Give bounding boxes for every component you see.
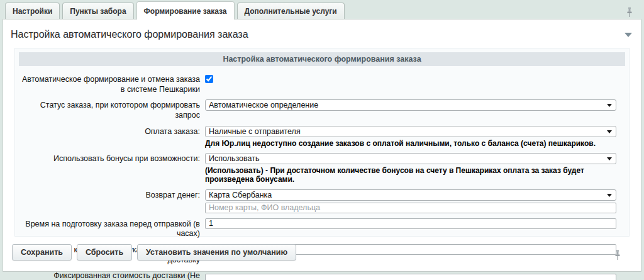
tab-additional-services[interactable]: Дополнительные услуги [237, 3, 345, 20]
bonuses-hint: (Использовать) - При достаточном количес… [205, 166, 616, 184]
reset-button[interactable]: Сбросить [77, 244, 132, 260]
bonuses-select-wrap: Использовать [205, 153, 616, 164]
field-label: Автоматическое формирование и отмена зак… [19, 74, 205, 94]
form-row-auto-formation: Автоматическое формирование и отмена зак… [19, 74, 625, 94]
refund-select[interactable]: Карта Сбербанка [205, 189, 616, 201]
payment-select[interactable]: Наличные с отправителя [205, 126, 616, 137]
fixed-price-input[interactable] [205, 274, 616, 280]
order-status-select-wrap: Автоматическое определение [205, 99, 616, 111]
field-label: Оплата заказа: [19, 126, 205, 148]
bonuses-select[interactable]: Использовать [205, 153, 616, 164]
tab-pickup-points[interactable]: Пункты забора [62, 3, 133, 20]
tab-bar: Настройки Пункты забора Формирование зак… [0, 0, 644, 19]
form-row-bonuses: Использовать бонусы при возможности: Исп… [19, 153, 625, 184]
save-button[interactable]: Сохранить [12, 244, 72, 260]
tab-settings[interactable]: Настройки [5, 3, 60, 20]
payment-select-wrap: Наличные с отправителя [205, 126, 616, 137]
field-label: Фиксированная стоимость доставки (Не исп… [19, 270, 205, 280]
form-row-fixed-price: Фиксированная стоимость доставки (Не исп… [19, 270, 625, 280]
payment-hint: Для Юр.лиц недоступно создание заказов с… [205, 139, 616, 148]
panel-title: Настройка автоматического формирования з… [19, 52, 625, 66]
field-label: Использовать бонусы при возможности: [19, 153, 205, 184]
tab-order-formation[interactable]: Формирование заказа [136, 1, 235, 20]
form-row-order-status: Статус заказа, при кототором формировать… [19, 99, 625, 120]
field-label: Возврат денег: [19, 189, 205, 213]
field-label: Время на подготовку заказа перед отправк… [19, 218, 205, 239]
pin-icon[interactable] [614, 250, 621, 262]
refund-select-wrap: Карта Сбербанка [205, 189, 616, 201]
card-number-input[interactable] [205, 203, 616, 213]
prep-time-input[interactable] [205, 218, 616, 229]
set-defaults-button[interactable]: Установить значения по умолчанию [137, 244, 296, 260]
form-row-prep-time: Время на подготовку заказа перед отправк… [19, 218, 625, 239]
chevron-down-icon[interactable] [625, 33, 632, 37]
form-row-refund: Возврат денег: Карта Сбербанка [19, 189, 625, 213]
content-card: Настройка автоматического формирования з… [3, 19, 641, 272]
settings-panel: Настройка автоматического формирования з… [14, 48, 630, 237]
auto-formation-checkbox[interactable] [205, 75, 213, 83]
card-header: Настройка автоматического формирования з… [3, 20, 641, 48]
field-label: Статус заказа, при кототором формировать… [19, 99, 205, 120]
form-row-payment: Оплата заказа: Наличные с отправителя Дл… [19, 126, 625, 148]
page-title: Настройка автоматического формирования з… [11, 29, 248, 40]
pin-icon[interactable] [626, 8, 633, 20]
order-status-select[interactable]: Автоматическое определение [205, 99, 616, 111]
